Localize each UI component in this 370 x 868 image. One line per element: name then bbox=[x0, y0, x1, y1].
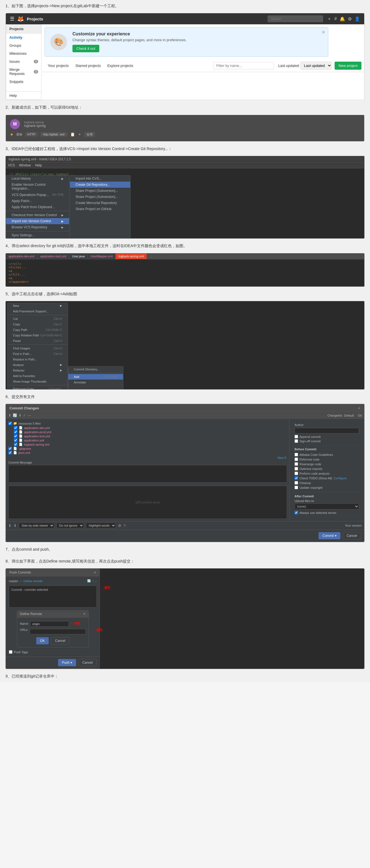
app-dev-checkbox[interactable] bbox=[14, 426, 18, 430]
define-remote-link[interactable]: Define remote bbox=[24, 580, 42, 583]
push-toolbar-icon2[interactable]: ↑ bbox=[92, 579, 94, 583]
tab-application-test[interactable]: application-test.yml bbox=[37, 253, 69, 259]
url-input[interactable] bbox=[30, 629, 86, 634]
ctx-refactor[interactable]: Refactor ▶ bbox=[7, 368, 68, 373]
hash-icon[interactable]: # bbox=[334, 16, 337, 21]
vcs-apply-patch-clipboard[interactable]: Apply Patch from Clipboard... bbox=[6, 204, 69, 210]
rearrange-checkbox[interactable] bbox=[295, 462, 298, 466]
new-project-button[interactable]: New project bbox=[335, 62, 362, 70]
toolbar-icon-1[interactable]: ⬆ bbox=[8, 413, 11, 417]
ctx-reformat[interactable]: Reformat Code Ctrl+Alt+L bbox=[7, 386, 68, 390]
git-annotate[interactable]: Annotate bbox=[68, 379, 123, 385]
settings-icon[interactable]: ⚙ bbox=[348, 16, 352, 22]
diff-settings-icon[interactable]: ⚙ bbox=[118, 524, 121, 528]
check-todo-checkbox[interactable] bbox=[295, 476, 298, 480]
sidebar-item-activity[interactable]: Activity bbox=[6, 33, 41, 41]
create-git-repo[interactable]: Create Git Repository... bbox=[70, 182, 130, 188]
sign-off-checkbox[interactable] bbox=[295, 439, 298, 443]
help-menu[interactable]: Help bbox=[35, 163, 42, 167]
search-input[interactable] bbox=[268, 16, 323, 22]
logback-checkbox[interactable] bbox=[14, 442, 18, 446]
upload-select[interactable]: (none) bbox=[295, 503, 359, 509]
diff-toolbar-icon1[interactable]: ⬆ bbox=[8, 524, 11, 528]
ctx-find-path[interactable]: Find in Path... Ctrl+H bbox=[7, 351, 68, 356]
ctx-add-framework[interactable]: Add Framework Support... bbox=[7, 309, 68, 314]
diff-help-icon[interactable]: ? bbox=[124, 524, 126, 528]
ctx-paste[interactable]: Paste Ctrl+V bbox=[7, 338, 68, 344]
sidebar-item-groups[interactable]: Groups bbox=[6, 41, 41, 50]
code-analysis-checkbox[interactable] bbox=[295, 472, 298, 475]
avatar-icon[interactable]: 👤 bbox=[354, 16, 360, 22]
star-icon[interactable]: ★ bbox=[10, 132, 13, 136]
clone-button[interactable]: 全局 bbox=[84, 132, 95, 137]
ignore-select[interactable]: Do not ignore bbox=[56, 523, 84, 528]
vcs-checkout[interactable]: Checkout from Version Control ▶ bbox=[6, 212, 69, 218]
gitignore-checkbox[interactable] bbox=[8, 447, 12, 450]
ok-button[interactable]: OK bbox=[36, 637, 49, 644]
import-cvs[interactable]: Import into CVS... bbox=[70, 176, 130, 182]
side-by-side-select[interactable]: Side-by-side viewer bbox=[19, 523, 54, 528]
author-input[interactable] bbox=[295, 428, 359, 433]
commit-message-input[interactable] bbox=[8, 465, 287, 483]
sidebar-item-snippets[interactable]: Snippets bbox=[6, 78, 41, 86]
changelist-tab[interactable]: Git bbox=[358, 414, 362, 417]
toolbar-icon-2[interactable]: 🔄 bbox=[13, 413, 17, 417]
toolbar-icon-4[interactable]: ✓ bbox=[23, 413, 26, 417]
highlight-select[interactable]: Highlight words bbox=[86, 523, 116, 528]
ctx-find-usages[interactable]: Find Usages Ctrl+G bbox=[7, 345, 68, 351]
commit-button[interactable]: Commit ▾ bbox=[318, 532, 340, 539]
app-prod-checkbox[interactable] bbox=[14, 430, 18, 434]
push-cancel-button[interactable]: Cancel bbox=[78, 659, 97, 666]
commit-dialog-close[interactable]: ✕ bbox=[358, 406, 361, 410]
ctx-analyze[interactable]: Analyze ▶ bbox=[7, 362, 68, 368]
ctx-add-favorites[interactable]: Add to Favorites bbox=[7, 373, 68, 379]
vcs-enable-vci[interactable]: Enable Version Control Integration... bbox=[6, 182, 69, 192]
vcs-operations-popup[interactable]: VCS Operations Popup... Alt+字组 bbox=[6, 192, 69, 198]
push-tags-checkbox[interactable] bbox=[9, 650, 12, 654]
commit-cancel-button[interactable]: Cancel bbox=[343, 532, 361, 539]
tab-starred-projects[interactable]: Starred projects bbox=[72, 62, 104, 69]
ctx-image-thumbnails[interactable]: Show Image Thumbnails bbox=[7, 379, 68, 384]
vcs-browse[interactable]: Browse VCS Repository ▶ bbox=[6, 224, 69, 230]
sidebar-item-issues[interactable]: Issues 0 bbox=[6, 58, 41, 65]
resources-checkbox[interactable] bbox=[8, 422, 12, 425]
configure-link[interactable]: Configure bbox=[334, 476, 347, 480]
pom-checkbox[interactable] bbox=[8, 451, 12, 455]
push-button[interactable]: Push ▾ bbox=[58, 659, 76, 666]
app-yml-checkbox[interactable] bbox=[14, 438, 18, 442]
filter-input[interactable] bbox=[213, 62, 274, 69]
git-commit-dir[interactable]: Commit Directory... bbox=[68, 367, 123, 372]
vcs-sync[interactable]: Sync Settings... bbox=[6, 232, 69, 238]
share-github[interactable]: Share Project on GitHub bbox=[70, 206, 130, 212]
window-menu[interactable]: Window bbox=[19, 163, 31, 167]
repo-url[interactable]: http://gitlab. net/ bbox=[40, 132, 67, 136]
vcs-import[interactable]: Import into Version Control ▶ bbox=[6, 218, 69, 224]
ctx-new[interactable]: New ▶ bbox=[7, 303, 68, 309]
push-toolbar-icon3[interactable]: ↓ bbox=[95, 579, 97, 583]
push-close-button[interactable]: ✕ bbox=[93, 570, 96, 575]
tab-explore-projects[interactable]: Explore projects bbox=[104, 62, 136, 69]
update-copyright-checkbox[interactable] bbox=[295, 486, 298, 489]
tab-logback[interactable]: logback-spring.xml bbox=[116, 253, 147, 259]
sidebar-item-help[interactable]: Help bbox=[6, 92, 41, 99]
ctx-copy[interactable]: Copy Ctrl+C bbox=[7, 321, 68, 327]
sidebar-item-milestones[interactable]: Milestones bbox=[6, 50, 41, 58]
tab-application-dev[interactable]: application-dev.yml bbox=[6, 253, 37, 259]
define-remote-cancel-button[interactable]: Cancel bbox=[51, 637, 69, 644]
push-toolbar-icon1[interactable]: 🔄 bbox=[87, 579, 91, 583]
reformat-checkbox[interactable] bbox=[295, 458, 298, 461]
define-remote-close[interactable]: ✕ bbox=[83, 612, 86, 616]
tab-your-projects[interactable]: Your projects bbox=[44, 62, 72, 69]
notification-close-button[interactable]: ✕ bbox=[321, 30, 325, 35]
share-subversion2[interactable]: Share Project (Subversion)... bbox=[70, 194, 130, 200]
vcs-apply-patch[interactable]: Apply Patch... bbox=[6, 198, 69, 204]
create-mercurial[interactable]: Create Mercurial Repository bbox=[70, 200, 130, 206]
tab-user-java[interactable]: User.java bbox=[69, 253, 88, 259]
hamburger-icon[interactable]: ☰ bbox=[10, 16, 14, 22]
http-badge[interactable]: HTTP bbox=[25, 132, 38, 136]
optimize-imports-checkbox[interactable] bbox=[295, 467, 298, 470]
cleanup-checkbox[interactable] bbox=[295, 481, 298, 485]
plus-icon[interactable]: ＋ bbox=[78, 132, 82, 137]
check-it-out-button[interactable]: Check it out bbox=[72, 45, 99, 52]
ctx-replace-path[interactable]: Replace in Path... bbox=[7, 356, 68, 362]
